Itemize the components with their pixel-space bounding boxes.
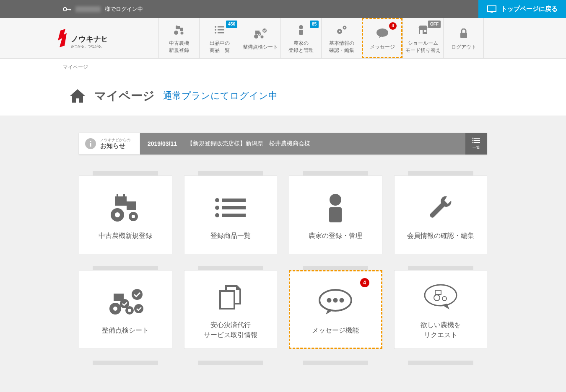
svg-point-21 [261,35,264,38]
svg-rect-40 [90,143,91,147]
drag-handle[interactable] [408,361,473,365]
back-to-top-button[interactable]: トップページに戻る [478,0,566,18]
username-blurred [75,6,101,12]
speech-icon [376,26,389,41]
person-icon [325,189,346,227]
svg-rect-62 [329,207,342,222]
drag-handle[interactable] [93,266,158,270]
svg-rect-36 [424,30,426,32]
nav-showroom[interactable]: OFF ショールームモード切り替え [402,18,443,58]
svg-rect-35 [420,30,423,34]
notice-list-button[interactable]: 一覧 [465,133,487,155]
card-label: 整備点検シート [102,325,149,335]
notice-bar: ノウキナビからの お知らせ 2019/03/11 【新規登録販売店様】新潟県 松… [79,133,487,155]
svg-point-76 [425,285,457,306]
login-status: 様でログイン中 [63,5,143,13]
drag-handle[interactable] [93,361,158,365]
svg-rect-18 [218,32,224,34]
home-icon [69,88,86,103]
notice-date: 2019/03/11 [148,140,177,147]
card-label: 中古農機新規登録 [99,231,152,241]
lock-icon [460,26,468,41]
svg-rect-77 [435,290,441,294]
drag-handle[interactable] [198,266,263,270]
card-profile[interactable]: 会員情報の確認・編集 [394,175,488,254]
svg-point-73 [328,299,331,302]
drag-handle[interactable] [303,266,368,270]
svg-point-70 [134,304,143,313]
nav-label: 基本情報の確認・編集 [329,40,354,54]
tractor-icon [172,22,186,37]
drag-handle[interactable] [198,361,263,365]
svg-rect-14 [218,26,224,28]
nav-register[interactable]: 中古農機新規登録 [158,18,199,58]
documents-icon [216,279,245,316]
svg-rect-3 [488,6,496,11]
gears-icon [335,22,348,37]
svg-rect-12 [177,25,177,27]
navbar: ノウキナビ みつかる、つながる。 中古農機新規登録 456 出品中の商品一覧 整… [0,18,566,59]
svg-rect-58 [222,206,246,209]
svg-point-11 [181,32,184,35]
logo[interactable]: ノウキナビ みつかる、つながる。 [0,18,158,58]
nav-label: メッセージ [370,44,395,51]
drag-handle[interactable] [93,171,158,175]
nav-message[interactable]: 4 メッセージ [362,18,402,58]
svg-rect-71 [220,291,234,309]
svg-point-59 [215,213,219,217]
card-farmer[interactable]: 農家の登録・管理 [289,175,382,254]
back-to-top-label: トップページに戻る [501,5,558,13]
store-icon [418,22,428,37]
svg-rect-46 [474,142,480,143]
info-icon [85,138,96,149]
card-inspection[interactable]: 整備点検シート [79,270,172,349]
drag-handle[interactable] [303,361,368,365]
svg-point-43 [473,139,474,141]
svg-rect-48 [127,201,136,210]
svg-rect-25 [299,30,303,35]
svg-rect-39 [90,141,91,142]
nav-profile[interactable]: 基本情報の確認・編集 [321,18,362,58]
svg-point-10 [174,31,178,35]
svg-point-50 [115,212,120,217]
login-suffix: 様でログイン中 [105,5,143,13]
card-listing[interactable]: 登録商品一覧 [184,175,278,254]
svg-point-52 [132,215,135,218]
svg-point-57 [215,206,219,210]
drag-handle[interactable] [303,171,368,175]
card-label: 登録商品一覧 [210,231,251,241]
notice-label: ノウキナビからの お知らせ [79,133,140,155]
svg-rect-9 [180,28,183,31]
card-label: メッセージ機能 [312,325,359,335]
svg-point-74 [334,299,337,302]
nav-listing[interactable]: 456 出品中の商品一覧 [199,18,240,58]
card-grid: 中古農機新規登録 登録商品一覧 農家の登録・管理 [79,171,487,349]
svg-text:みつかる、つながる。: みつかる、つながる。 [71,44,104,48]
svg-point-41 [473,137,474,139]
drag-handle[interactable] [198,171,263,175]
tractor-check-icon [253,26,268,41]
card-request[interactable]: 欲しい農機をリクエスト [394,270,488,349]
drag-handle[interactable] [408,171,473,175]
card-label: 会員情報の確認・編集 [407,231,474,241]
count-badge: 4 [360,278,369,287]
svg-point-29 [344,27,345,28]
svg-point-69 [120,299,129,308]
nav-inspection[interactable]: 整備点検シート [240,18,280,58]
card-register[interactable]: 中古農機新規登録 [79,175,172,254]
list-icon [214,22,225,37]
drag-handle[interactable] [408,266,473,270]
nav-label: ログアウト [451,44,476,51]
nav-farmer[interactable]: 85 農家の登録と管理 [280,18,321,58]
svg-point-68 [132,289,143,300]
nav-logout[interactable]: ログアウト [443,18,484,58]
card-payment[interactable]: 安心決済代行サービス取引情報 [184,270,278,349]
svg-point-65 [113,307,117,311]
svg-point-79 [442,297,447,301]
content: ノウキナビからの お知らせ 2019/03/11 【新規登録販売店様】新潟県 松… [0,116,566,382]
next-row-handles [79,361,487,365]
off-badge: OFF [428,21,441,28]
svg-rect-37 [460,33,467,38]
notice-body[interactable]: 2019/03/11 【新規登録販売店様】新潟県 松井農機商会様 [140,133,465,155]
card-message[interactable]: 4 メッセージ機能 [289,270,382,349]
